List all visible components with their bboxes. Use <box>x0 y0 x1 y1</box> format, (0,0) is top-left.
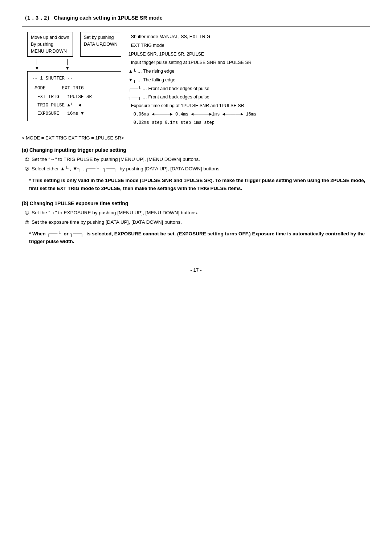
left-section: Move up and down By pushing MENU UP,DOWN… <box>27 32 121 127</box>
annotation2b: 1PULSE SNR, 1PULSE SR, 2PULSE <box>128 50 256 59</box>
section-b: (b) Changing 1PULSE exposure time settin… <box>22 200 370 246</box>
move-box-line1: Move up and down <box>31 35 69 40</box>
set-box-line2: DATA UP,DOWN <box>84 42 118 47</box>
annotation4b: 0.02ms step 0.1ms step 1ms step <box>134 119 256 127</box>
menu-item-3: EXPOSURE 16ms ▼ <box>32 110 117 118</box>
right-arrow: ▼ <box>65 59 70 70</box>
annotation3d: ┐──┐ … Front and back edges of pulse <box>128 93 256 102</box>
section-a-steps: ① Set the "→" to TRIG PULSE by pushing [… <box>22 156 370 173</box>
menu-item-1: EXT TRIG 1PULSE SR <box>32 93 117 101</box>
right-section: · Shutter mode MANUAL, SS, EXT TRIG · EX… <box>128 32 256 127</box>
section-b-step1: ① Set the "→" to EXPOSURE by pushing [ME… <box>25 209 370 217</box>
section-b-title: (b) Changing 1PULSE exposure time settin… <box>22 200 370 206</box>
set-box: Set by pushing DATA UP,DOWN <box>80 32 121 57</box>
section-a-step1: ① Set the "→" to TRIG PULSE by pushing [… <box>25 156 370 163</box>
page-number: - 17 - <box>22 267 370 273</box>
section-a-step1-text: Set the "→" to TRIG PULSE by pushing [ME… <box>32 156 200 163</box>
annotation3c: ┌──└ … Front and back edges of pulse <box>128 85 256 93</box>
section-a: (a) Changing inputting trigger pulse set… <box>22 147 370 192</box>
left-arrow: ▼ <box>34 59 40 70</box>
section-b-step2: ② Set the exposure time by pushing [DATA… <box>25 219 370 226</box>
annotation1: · Shutter mode MANUAL, SS, EXT TRIG <box>128 33 256 41</box>
diagram-inner: Move up and down By pushing MENU UP,DOWN… <box>27 32 365 127</box>
section-title: （1．3．2） Changing each setting in 1PULSE … <box>22 15 370 21</box>
annotation4: · Exposure time setting at 1PULSE SNR an… <box>128 102 256 110</box>
section-b-step1-text: Set the "→" to EXPOSURE by pushing [MENU… <box>32 209 198 216</box>
menu-item-0: →MODE EXT TRIG <box>32 84 117 93</box>
section-a-step2-text: Select either ▲└ , ▼┐ , ┌──└ , ┐──┐ by p… <box>32 165 221 173</box>
diagram-box: Move up and down By pushing MENU UP,DOWN… <box>22 27 370 132</box>
annotation3: · Input trigger pulse setting at 1PULSE … <box>128 58 256 67</box>
annotation3b: ▼┐ … The falling edge <box>128 76 256 85</box>
top-row-boxes: Move up and down By pushing MENU UP,DOWN… <box>27 32 121 57</box>
set-box-line1: Set by pushing <box>84 35 114 40</box>
move-box-line2: By pushing <box>31 42 53 47</box>
move-box-line3: MENU UP,DOWN <box>31 49 67 54</box>
annotation4a: 0.06ms ◄──────► 0.4ms ◄──────►1ms ◄─────… <box>134 110 256 119</box>
section-b-step2-text: Set the exposure time by pushing [DATA U… <box>32 219 182 226</box>
annotation2: · EXT TRIG mode <box>128 41 256 50</box>
menu-item-2: TRIG PULSE ▲└ ◄ <box>32 101 117 110</box>
arrow-connectors: ▼ ▼ <box>34 59 121 70</box>
page-content: （1．3．2） Changing each setting in 1PULSE … <box>22 15 370 273</box>
menu-panel: -- 1 SHUTTER -- →MODE EXT TRIG EXT TRIG … <box>27 71 121 121</box>
section-b-note: * When ┌──└ or ┐──┐ is selected, EXPOSUR… <box>29 230 370 246</box>
annotation3a: ▲└ … The rising edge <box>128 67 256 76</box>
section-b-steps: ① Set the "→" to EXPOSURE by pushing [ME… <box>22 209 370 226</box>
move-box: Move up and down By pushing MENU UP,DOWN <box>27 32 73 57</box>
section-a-title: (a) Changing inputting trigger pulse set… <box>22 147 370 153</box>
menu-title: -- 1 SHUTTER -- <box>32 74 117 83</box>
section-a-step2: ② Select either ▲└ , ▼┐ , ┌──└ , ┐──┐ by… <box>25 165 370 173</box>
mode-caption: < MODE = EXT TRIG EXT TRIG = 1PULSE SR> <box>22 135 370 141</box>
section-a-note: * This setting is only valid in the 1PUL… <box>29 177 370 192</box>
